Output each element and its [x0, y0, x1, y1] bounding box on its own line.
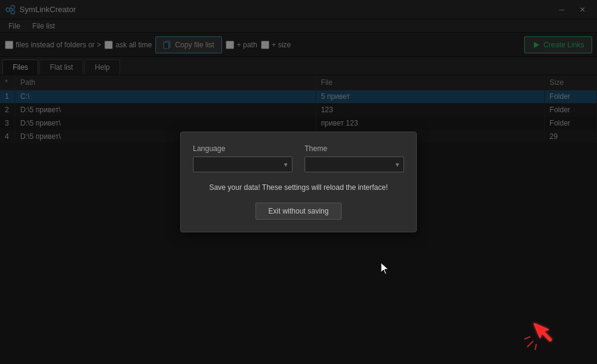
modal-overlay: Language ▼ Theme ▼ Save your data! T: [0, 0, 597, 364]
language-select-wrapper: ▼: [193, 157, 292, 172]
modal-warning-text: Save your data! These settings will relo…: [193, 182, 404, 193]
theme-field: Theme ▼: [305, 144, 404, 172]
theme-select-wrapper: ▼: [305, 157, 404, 172]
modal-dialog: Language ▼ Theme ▼ Save your data! T: [180, 132, 417, 232]
modal-button-row: Exit without saving: [193, 203, 404, 220]
language-label: Language: [193, 144, 292, 153]
modal-fields-row: Language ▼ Theme ▼: [193, 144, 404, 172]
theme-label: Theme: [305, 144, 404, 153]
exit-without-saving-button[interactable]: Exit without saving: [255, 203, 341, 220]
language-select[interactable]: [193, 157, 292, 172]
language-field: Language ▼: [193, 144, 292, 172]
theme-select[interactable]: [305, 157, 404, 172]
